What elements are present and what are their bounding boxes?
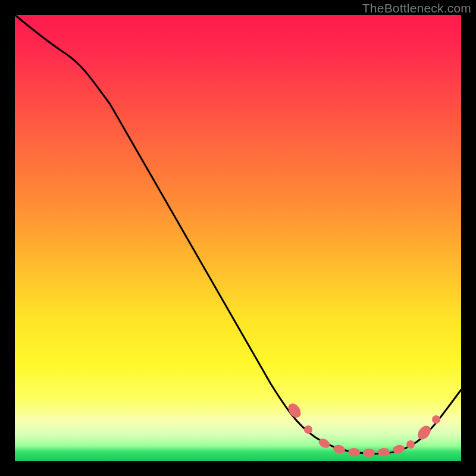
marker-bead xyxy=(348,448,360,456)
chart-frame: TheBottleneck.com xyxy=(0,0,476,476)
marker-bead xyxy=(363,449,375,457)
watermark-text: TheBottleneck.com xyxy=(362,1,471,15)
marker-bead xyxy=(392,444,406,455)
marker-bead xyxy=(378,448,390,456)
marker-bead xyxy=(304,425,312,434)
marker-bead xyxy=(333,444,346,455)
marker-bead xyxy=(406,440,415,449)
curve-markers xyxy=(286,401,440,457)
chart-svg xyxy=(15,15,461,461)
plot-area xyxy=(15,15,461,461)
marker-bead xyxy=(415,423,434,441)
bottleneck-curve xyxy=(15,15,461,453)
marker-bead xyxy=(432,415,440,424)
